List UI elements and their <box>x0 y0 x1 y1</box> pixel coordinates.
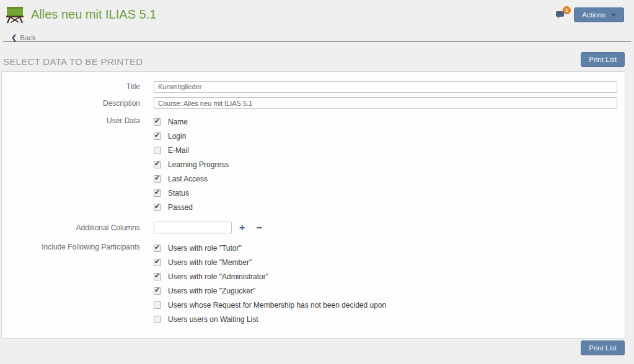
actions-button-label: Actions <box>582 11 605 19</box>
checkbox-option[interactable]: Name <box>154 115 617 129</box>
checkbox-label: Last Access <box>168 175 208 183</box>
header-actions: 1 Actions <box>555 7 624 22</box>
participants-options: Users with role "Tutor" Users with role … <box>154 241 617 326</box>
checkbox-option[interactable]: Users with role "Tutor" <box>154 241 617 255</box>
page: Alles neu mit ILIAS 5.1 1 Actions ❮ Back… <box>0 0 634 364</box>
checkbox-label: Status <box>168 189 189 197</box>
checkbox-label: Login <box>168 132 186 141</box>
checkbox-label: Users with role "Member" <box>168 258 252 267</box>
checkbox[interactable] <box>154 175 161 183</box>
caret-down-icon <box>611 14 616 17</box>
form-row-description: Description <box>2 97 617 110</box>
chevron-left-icon: ❮ <box>11 34 17 41</box>
checkbox[interactable] <box>154 287 161 295</box>
checkbox[interactable] <box>154 147 161 154</box>
checkbox[interactable] <box>154 245 161 252</box>
section-header: SELECT DATA TO BE PRINTED Print List <box>0 42 634 71</box>
checkbox-label: Users users on Waiting List <box>168 315 258 324</box>
checkbox[interactable] <box>154 161 161 168</box>
print-options-form: Title Description User Data Name Login E… <box>1 71 625 339</box>
form-row-title: Title <box>2 80 617 93</box>
page-header: Alles neu mit ILIAS 5.1 1 Actions <box>0 0 634 25</box>
print-list-button-top[interactable]: Print List <box>581 52 625 67</box>
additional-columns-label: Additional Columns <box>2 222 154 233</box>
checkbox-option[interactable]: E-Mail <box>154 143 617 157</box>
actions-button[interactable]: Actions <box>574 7 624 22</box>
additional-columns-input[interactable] <box>154 222 232 233</box>
checkbox[interactable] <box>154 204 161 211</box>
back-bar: ❮ Back <box>0 25 634 40</box>
checkbox-label: Name <box>168 118 188 126</box>
back-link-label: Back <box>20 34 36 41</box>
user-data-label: User Data <box>2 115 154 214</box>
participants-label: Include Following Participants <box>2 241 154 326</box>
form-row-additional-columns: Additional Columns + − <box>2 222 617 233</box>
checkbox[interactable] <box>154 189 161 197</box>
checkbox-option[interactable]: Users users on Waiting List <box>154 312 617 326</box>
checkbox-label: Users with role "Zugucker" <box>168 287 255 295</box>
form-row-participants: Include Following Participants Users wit… <box>2 241 617 326</box>
title-input[interactable] <box>154 81 617 93</box>
checkbox-option[interactable]: Last Access <box>154 171 617 186</box>
checkbox-option[interactable]: Status <box>154 186 617 200</box>
checkbox-label: E-Mail <box>168 146 189 155</box>
checkbox-label: Users with role "Administrator" <box>168 272 268 281</box>
add-column-button[interactable]: + <box>236 223 249 233</box>
checkbox-label: Learning Progress <box>168 160 229 169</box>
back-link[interactable]: ❮ Back <box>11 34 36 41</box>
section-title: SELECT DATA TO BE PRINTED <box>3 56 143 67</box>
checkbox-label: Users whose Request for Membership has n… <box>168 301 386 310</box>
page-title: Alles neu mit ILIAS 5.1 <box>31 7 156 22</box>
checkbox[interactable] <box>154 301 161 309</box>
checkbox-option[interactable]: Users with role "Zugucker" <box>154 284 617 298</box>
course-board-icon <box>5 6 25 24</box>
checkbox-option[interactable]: Learning Progress <box>154 157 617 171</box>
checkbox-label: Passed <box>168 203 193 212</box>
footer-bar: Print List <box>0 339 634 355</box>
checkbox-option[interactable]: Users whose Request for Membership has n… <box>154 298 617 312</box>
checkbox[interactable] <box>154 273 161 280</box>
checkbox-label: Users with role "Tutor" <box>168 244 242 253</box>
checkbox[interactable] <box>154 132 161 140</box>
checkbox[interactable] <box>154 316 161 323</box>
title-label: Title <box>2 80 154 93</box>
checkbox-option[interactable]: Users with role "Member" <box>154 255 617 269</box>
description-input[interactable] <box>154 97 617 109</box>
remove-column-button[interactable]: − <box>252 223 265 233</box>
checkbox[interactable] <box>154 118 161 126</box>
checkbox-option[interactable]: Users with role "Administrator" <box>154 269 617 284</box>
notification-bubble-icon[interactable]: 1 <box>555 11 565 19</box>
checkbox[interactable] <box>154 259 161 266</box>
user-data-options: Name Login E-Mail Learning Progress Last… <box>154 115 617 214</box>
checkbox-option[interactable]: Passed <box>154 200 617 214</box>
form-row-user-data: User Data Name Login E-Mail Learning Pro… <box>2 115 617 214</box>
checkbox-option[interactable]: Login <box>154 129 617 143</box>
print-list-button-bottom[interactable]: Print List <box>581 340 625 355</box>
description-label: Description <box>2 97 154 110</box>
notification-badge: 1 <box>563 6 571 14</box>
